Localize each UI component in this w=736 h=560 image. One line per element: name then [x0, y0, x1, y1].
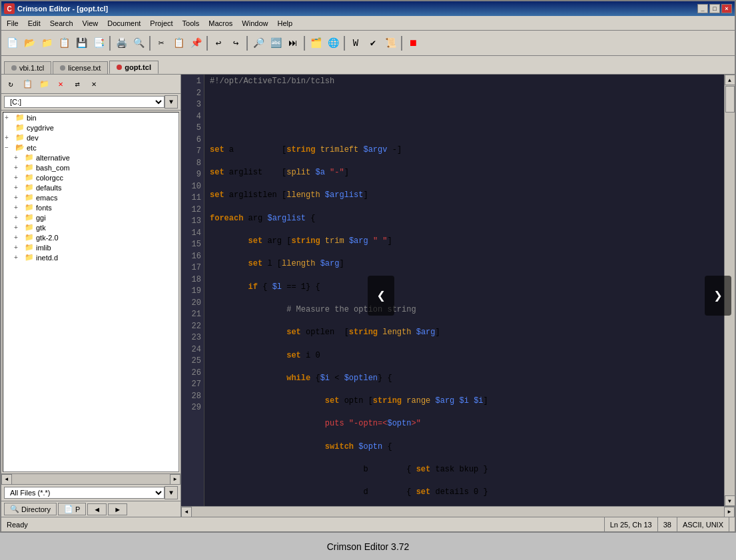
tab-license[interactable]: license.txt: [53, 61, 108, 74]
new-folder-button[interactable]: 📁: [36, 76, 52, 92]
tree-toggle-dev[interactable]: +: [5, 134, 15, 141]
menu-search[interactable]: Search: [46, 18, 77, 29]
tree-toggle-bin[interactable]: +: [5, 114, 15, 121]
tree-item-gtk20[interactable]: + 📁 gtk-2.0: [3, 232, 179, 242]
open-folder-button[interactable]: 📁: [39, 35, 55, 51]
status-bar: Ready Ln 25, Ch 13 38 ASCII, UNIX: [1, 517, 735, 531]
tree-toggle-inetd[interactable]: +: [14, 254, 25, 261]
menu-window[interactable]: Window: [238, 18, 272, 29]
scroll-up-button[interactable]: ▲: [725, 75, 735, 85]
menu-edit[interactable]: Edit: [24, 18, 45, 29]
copy-path-button[interactable]: 📋: [19, 76, 35, 92]
tree-toggle-emacs[interactable]: +: [14, 194, 25, 201]
save-button[interactable]: 💾: [73, 35, 89, 51]
tree-item-alternative[interactable]: + 📁 alternative: [3, 152, 179, 162]
sync-button[interactable]: ⇄: [69, 76, 85, 92]
drive-dropdown[interactable]: [C:]: [4, 96, 165, 108]
find-next-button[interactable]: ⏭: [285, 35, 301, 51]
toolbar-separator-4: [246, 36, 248, 51]
tree-item-inetd[interactable]: + 📁 inetd.d: [3, 252, 179, 262]
print-preview-button[interactable]: 🔍: [131, 35, 147, 51]
menu-file[interactable]: File: [3, 18, 23, 29]
scroll-thumb[interactable]: [725, 86, 735, 113]
hscroll-left-button[interactable]: ◄: [1, 474, 12, 485]
menu-macros[interactable]: Macros: [204, 18, 236, 29]
tree-toggle-ggi[interactable]: +: [14, 214, 25, 221]
p-button[interactable]: 📄 P: [58, 503, 86, 515]
tree-item-dev[interactable]: + 📁 dev: [3, 133, 179, 142]
tree-toggle-gtk20[interactable]: +: [14, 234, 25, 241]
menu-document[interactable]: Document: [103, 18, 145, 29]
tree-toggle-etc[interactable]: −: [5, 144, 15, 151]
folder-icon-gtk: 📁: [25, 223, 34, 232]
close-button[interactable]: ×: [721, 4, 732, 13]
tree-item-colorgcc[interactable]: + 📁 colorgcc: [3, 172, 179, 182]
print-button[interactable]: 🖨️: [113, 35, 129, 51]
hscroll-left[interactable]: ◄: [181, 507, 192, 517]
tree-item-cygdrive[interactable]: 📁 cygdrive: [3, 123, 179, 133]
filter-expand-button[interactable]: ▼: [165, 486, 178, 499]
directory-button[interactable]: 🔍 Directory: [4, 503, 57, 515]
next-dir-button[interactable]: ►: [108, 503, 127, 515]
tree-toggle-colorgcc[interactable]: +: [14, 174, 25, 181]
nav-arrow-right[interactable]: ❯: [705, 276, 731, 316]
paste-button[interactable]: 📌: [188, 35, 204, 51]
revert-button[interactable]: 📋: [56, 35, 72, 51]
refresh-button[interactable]: ↻: [3, 76, 19, 92]
prev-button[interactable]: ◄: [87, 503, 107, 515]
hscroll-right-button[interactable]: ►: [170, 474, 181, 485]
copy-button[interactable]: 📋: [171, 35, 186, 51]
search-button[interactable]: 🔎: [250, 35, 266, 51]
tree-item-fonts[interactable]: + 📁 fonts: [3, 202, 179, 212]
tab-vbi[interactable]: vbi.1.tcl: [4, 61, 51, 74]
code-editor[interactable]: #!/opt/ActiveTcl/bin/tclsh set a [string…: [204, 75, 724, 506]
tree-toggle-fonts[interactable]: +: [14, 204, 25, 211]
delete-file-button[interactable]: ✕: [53, 76, 69, 92]
stop-btn[interactable]: ⏹: [405, 35, 421, 51]
menu-view[interactable]: View: [79, 18, 103, 29]
file-filter-dropdown[interactable]: All Files (*.*): [4, 487, 165, 499]
tree-toggle-gtk[interactable]: +: [14, 224, 25, 231]
tree-item-gtk[interactable]: + 📁 gtk: [3, 222, 179, 232]
sftp-button[interactable]: 🌐: [325, 35, 341, 51]
hscroll-right[interactable]: ►: [724, 507, 735, 517]
code-view[interactable]: 12345 678910 1112131415 1617181920 21222…: [181, 75, 735, 506]
redo-button[interactable]: ↪: [228, 35, 244, 51]
folder-icon-ggi: 📁: [25, 213, 34, 222]
nav-arrow-left[interactable]: ❮: [368, 276, 394, 316]
template-btn[interactable]: 📜: [382, 35, 398, 51]
close-panel-button[interactable]: ✕: [86, 76, 102, 92]
cut-button[interactable]: ✂️: [153, 35, 169, 51]
replace-button[interactable]: 🔤: [268, 35, 284, 51]
menu-tools[interactable]: Tools: [179, 18, 204, 29]
hscroll-track[interactable]: [192, 507, 724, 517]
undo-button[interactable]: ↩: [210, 35, 226, 51]
new-file-button[interactable]: 📄: [4, 35, 20, 51]
horizontal-scrollbar[interactable]: ◄ ►: [181, 506, 735, 517]
open-file-button[interactable]: 📂: [21, 35, 37, 51]
file-tree[interactable]: + 📁 bin 📁 cygdrive + 📁 dev − 📂: [3, 112, 179, 472]
menu-project[interactable]: Project: [146, 18, 177, 29]
tree-toggle-imlib[interactable]: +: [14, 244, 25, 251]
tree-item-etc[interactable]: − 📂 etc: [3, 142, 179, 152]
minimize-button[interactable]: _: [697, 4, 708, 13]
file-manager-button[interactable]: 🗂️: [308, 35, 324, 51]
drive-expand-button[interactable]: ▼: [165, 95, 178, 109]
menu-help[interactable]: Help: [273, 18, 296, 29]
tree-toggle-bash_com[interactable]: +: [14, 164, 25, 171]
toolbar-separator-5: [304, 36, 305, 51]
spell-btn[interactable]: ✔: [365, 35, 381, 51]
save-as-button[interactable]: 📑: [91, 35, 107, 51]
tree-toggle-alternative[interactable]: +: [14, 154, 25, 161]
tree-item-bash_com[interactable]: + 📁 bash_com: [3, 162, 179, 172]
tree-item-emacs[interactable]: + 📁 emacs: [3, 192, 179, 202]
tree-toggle-defaults[interactable]: +: [14, 184, 25, 191]
maximize-button[interactable]: □: [709, 4, 720, 13]
word-btn[interactable]: W: [348, 35, 364, 51]
scroll-down-button[interactable]: ▼: [725, 495, 735, 506]
tree-item-ggi[interactable]: + 📁 ggi: [3, 212, 179, 222]
tree-item-defaults[interactable]: + 📁 defaults: [3, 182, 179, 192]
tab-gopt[interactable]: gopt.tcl: [109, 61, 159, 74]
tree-item-imlib[interactable]: + 📁 imlib: [3, 242, 179, 252]
tree-item-bin[interactable]: + 📁 bin: [3, 113, 179, 123]
